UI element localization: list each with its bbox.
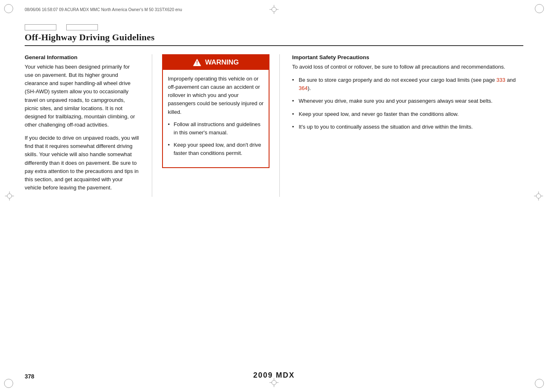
chapter-tab-1 <box>25 24 56 30</box>
svg-text:!: ! <box>196 60 198 66</box>
safety-intro: To avoid loss of control or rollover, be… <box>292 63 523 71</box>
chapter-tabs <box>25 24 523 30</box>
general-info-para2: If you decide to drive on unpaved roads,… <box>25 134 139 192</box>
warning-label: WARNING <box>205 58 239 67</box>
general-info-para1: Your vehicle has been designed primarily… <box>25 63 139 129</box>
page-container: 08/06/06 16:58:07 09 ACURA MDX MMC North… <box>0 0 548 392</box>
warning-bullet-1: Follow all instructions and guidelines i… <box>168 120 264 137</box>
crosshair-left <box>5 191 14 201</box>
warning-content: Improperly operating this vehicle on or … <box>163 75 269 157</box>
right-column: Important Safety Precautions To avoid lo… <box>280 54 523 197</box>
safety-bullets: Be sure to store cargo properly and do n… <box>292 76 523 131</box>
page-title: Off-Highway Driving Guidelines <box>25 32 523 43</box>
page-link-364[interactable]: 364 <box>299 85 308 91</box>
safety-bullet-3: Keep your speed low, and never go faster… <box>292 110 523 118</box>
warning-bullet-2: Keep your speed low, and don't drive fas… <box>168 141 264 157</box>
crosshair-right <box>534 191 543 201</box>
crosshair-top <box>269 5 279 14</box>
page-footer: 2009 MDX <box>0 371 548 380</box>
warning-bullets: Follow all instructions and guidelines i… <box>168 120 264 158</box>
main-content: General Information Your vehicle has bee… <box>25 54 523 197</box>
safety-precautions-body: To avoid loss of control or rollover, be… <box>292 63 523 131</box>
warning-triangle-icon: ! <box>193 58 202 67</box>
center-column: ! WARNING Improperly operating this vehi… <box>152 54 280 197</box>
chapter-tab-2 <box>66 24 98 30</box>
warning-box: ! WARNING Improperly operating this vehi… <box>162 54 269 168</box>
page-number: 378 <box>25 373 34 380</box>
page-link-333[interactable]: 333 <box>497 77 506 83</box>
general-info-body: Your vehicle has been designed primarily… <box>25 63 139 192</box>
safety-precautions-heading: Important Safety Precautions <box>292 54 523 60</box>
warning-intro: Improperly operating this vehicle on or … <box>168 75 264 116</box>
warning-header: ! WARNING <box>163 55 269 70</box>
general-info-heading: General Information <box>25 54 139 60</box>
corner-mark-br <box>535 379 544 388</box>
corner-mark-bl <box>4 379 13 388</box>
corner-mark-tr <box>535 4 544 13</box>
corner-mark-tl <box>4 4 13 13</box>
safety-bullet-1: Be sure to store cargo properly and do n… <box>292 76 523 92</box>
safety-bullet-2: Whenever you drive, make sure you and yo… <box>292 97 523 105</box>
left-column: General Information Your vehicle has bee… <box>25 54 152 197</box>
page-header: Off-Highway Driving Guidelines <box>25 24 523 46</box>
safety-bullet-4: It's up to you to continually assess the… <box>292 123 523 131</box>
footer-model: 2009 MDX <box>253 371 295 380</box>
